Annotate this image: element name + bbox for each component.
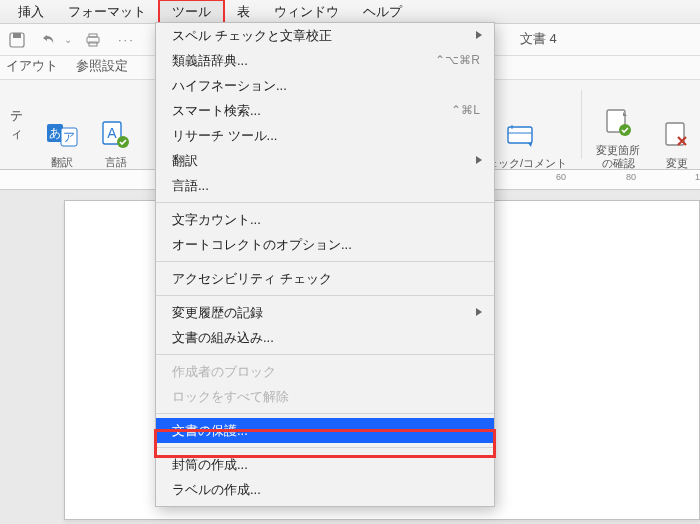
menu-autocorrect[interactable]: オートコレクトのオプション...: [156, 232, 494, 257]
svg-text:A: A: [107, 125, 117, 141]
menu-smart-shortcut: ⌃⌘L: [451, 98, 480, 123]
translate-label: 翻訳: [51, 156, 73, 169]
menu-smart-lookup[interactable]: スマート検索... ⌃⌘L: [156, 98, 494, 123]
menu-thesaurus[interactable]: 類義語辞典... ⌃⌥⌘R: [156, 48, 494, 73]
menu-thesaurus-shortcut: ⌃⌥⌘R: [435, 48, 480, 73]
menu-research[interactable]: リサーチ ツール...: [156, 123, 494, 148]
language-button[interactable]: A 言語: [89, 80, 143, 170]
menu-labels[interactable]: ラベルの作成...: [156, 477, 494, 502]
svg-text:あ: あ: [49, 126, 61, 140]
menu-sep-4: [156, 354, 494, 355]
menu-unblock-all: ロックをすべて解除: [156, 384, 494, 409]
menu-smart-label: スマート検索...: [172, 103, 261, 118]
menu-translate[interactable]: 翻訳: [156, 148, 494, 173]
menu-help[interactable]: ヘルプ: [351, 1, 414, 23]
changes-r-button[interactable]: 変更: [650, 80, 694, 170]
svg-rect-12: [508, 127, 532, 143]
menu-format[interactable]: フォーマット: [56, 1, 158, 23]
menu-table[interactable]: 表: [225, 1, 262, 23]
undo-icon[interactable]: [38, 29, 60, 51]
menu-block-authors: 作成者のブロック: [156, 359, 494, 384]
print-icon[interactable]: [82, 29, 104, 51]
tab-layout[interactable]: イアウト: [6, 57, 58, 79]
ruler-tick-80: 80: [626, 172, 636, 182]
menu-accessibility[interactable]: アクセシビリティ チェック: [156, 266, 494, 291]
svg-rect-3: [89, 34, 97, 37]
tools-menu-dropdown: スペル チェックと文章校正 類義語辞典... ⌃⌥⌘R ハイフネーション... …: [155, 22, 495, 507]
menu-sep-5: [156, 413, 494, 414]
changes-confirm-label: 変更箇所の確認: [596, 144, 640, 170]
menu-track-changes[interactable]: 変更履歴の記録: [156, 300, 494, 325]
document-title: 文書 4: [520, 30, 557, 48]
menu-wordcount[interactable]: 文字カウント...: [156, 207, 494, 232]
language-label: 言語: [105, 156, 127, 169]
undo-dropdown-icon[interactable]: ⌄: [64, 34, 72, 45]
changes-r-label: 変更: [666, 157, 688, 170]
menu-spellcheck[interactable]: スペル チェックと文章校正: [156, 23, 494, 48]
menu-hyphenation[interactable]: ハイフネーション...: [156, 73, 494, 98]
tab-references[interactable]: 参照設定: [76, 57, 128, 79]
more-icon[interactable]: ···: [118, 32, 135, 47]
menu-sep-3: [156, 295, 494, 296]
menu-merge[interactable]: 文書の組み込み...: [156, 325, 494, 350]
menu-protect-document[interactable]: 文書の保護...: [156, 418, 494, 443]
menu-tools[interactable]: ツール: [158, 0, 225, 25]
menu-sep-1: [156, 202, 494, 203]
check-comment-icon: [504, 119, 538, 153]
menu-insert[interactable]: 挿入: [6, 1, 56, 23]
language-icon: A: [99, 118, 133, 152]
menu-language[interactable]: 言語...: [156, 173, 494, 198]
menu-sep-2: [156, 261, 494, 262]
svg-text:ア: ア: [63, 130, 75, 144]
ribbon-edge: ティ: [6, 107, 26, 143]
menu-window[interactable]: ウィンドウ: [262, 1, 351, 23]
changes-confirm-icon: [601, 106, 635, 140]
svg-rect-1: [13, 33, 21, 38]
translate-button[interactable]: あア 翻訳: [35, 80, 89, 170]
translate-icon: あア: [45, 118, 79, 152]
changes-r-icon: [660, 119, 694, 153]
ruler-tick-60: 60: [556, 172, 566, 182]
menu-envelopes[interactable]: 封筒の作成...: [156, 452, 494, 477]
changes-confirm-button[interactable]: 変更箇所の確認: [586, 80, 650, 170]
ruler-tick-100: 100: [695, 172, 700, 182]
menu-sep-6: [156, 447, 494, 448]
menu-thesaurus-label: 類義語辞典...: [172, 53, 248, 68]
save-icon[interactable]: [6, 29, 28, 51]
menubar: 挿入 フォーマット ツール 表 ウィンドウ ヘルプ: [0, 0, 700, 24]
